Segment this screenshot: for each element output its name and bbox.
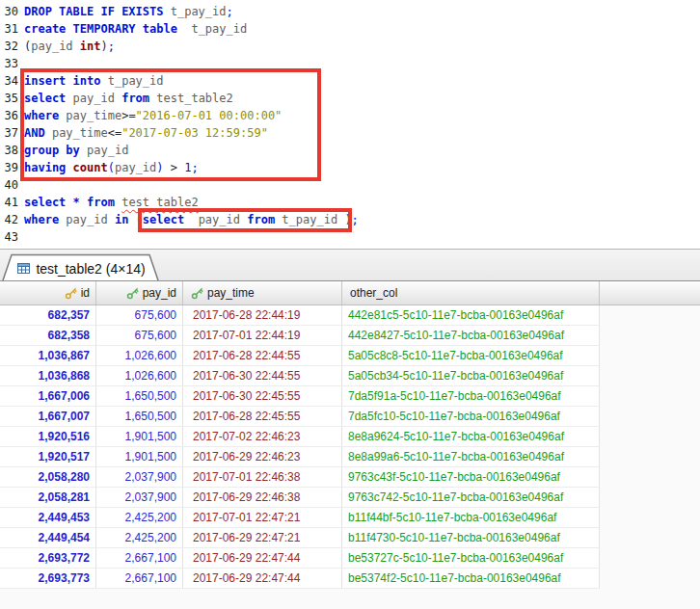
editor-line[interactable]: 36where pay_time>="2016-07-01 00:00:00" [0, 107, 700, 124]
table-cell[interactable]: 682,358 [0, 326, 96, 345]
table-row[interactable]: 1,920,5161,901,5002017-07-02 22:46:238e8… [0, 427, 600, 447]
code-text: where pay_time>="2016-07-01 00:00:00" [24, 107, 282, 124]
table-cell[interactable]: 8e8a9624-5c10-11e7-bcba-00163e0496af [342, 427, 600, 446]
table-cell[interactable]: 7da5f91a-5c10-11e7-bcba-00163e0496af [342, 386, 600, 406]
column-header-filler [600, 281, 700, 304]
table-cell[interactable]: 2,037,900 [96, 467, 183, 487]
table-cell[interactable]: 1,026,600 [96, 366, 183, 385]
table-cell[interactable]: 1,036,867 [0, 346, 96, 365]
table-cell[interactable]: 2017-06-28 22:44:55 [183, 346, 342, 365]
column-header-pay_id[interactable]: pay_id [96, 281, 183, 304]
table-cell[interactable]: 2017-06-29 22:46:38 [183, 488, 342, 507]
table-cell[interactable]: 2017-07-01 22:47:21 [183, 508, 342, 527]
editor-line[interactable]: 33 [0, 55, 700, 72]
table-cell[interactable]: b11f44bf-5c10-11e7-bcba-00163e0496af [342, 508, 600, 527]
table-cell[interactable]: 2017-06-30 22:45:55 [183, 386, 342, 406]
table-cell[interactable]: 5a05cb34-5c10-11e7-bcba-00163e0496af [342, 366, 600, 385]
table-cell[interactable]: 2,449,453 [0, 508, 96, 527]
table-cell[interactable]: b11f4730-5c10-11e7-bcba-00163e0496af [342, 528, 600, 547]
table-cell[interactable]: 675,600 [96, 326, 183, 345]
table-row[interactable]: 682,358675,6002017-07-01 22:44:19442e842… [0, 326, 600, 346]
editor-line[interactable]: 39having count(pay_id) > 1; [0, 159, 700, 176]
table-row[interactable]: 682,357675,6002017-06-28 22:44:19442e81c… [0, 305, 600, 326]
table-cell[interactable]: 2017-06-29 22:47:44 [183, 548, 342, 568]
table-cell[interactable]: 2,693,773 [0, 569, 96, 588]
table-cell[interactable]: 1,901,500 [96, 447, 183, 466]
table-cell[interactable]: 2,058,281 [0, 488, 96, 507]
table-cell[interactable]: 2017-06-29 22:47:44 [183, 569, 342, 588]
table-row[interactable]: 1,036,8671,026,6002017-06-28 22:44:555a0… [0, 346, 600, 366]
table-cell[interactable]: 2017-07-01 22:44:19 [183, 326, 342, 345]
table-row[interactable]: 2,693,7722,667,1002017-06-29 22:47:44be5… [0, 548, 600, 569]
table-row[interactable]: 1,920,5171,901,5002017-06-29 22:46:238e8… [0, 447, 600, 467]
column-header-pay_time[interactable]: pay_time [183, 281, 342, 304]
table-cell[interactable]: 2017-06-29 22:47:21 [183, 528, 342, 547]
editor-line[interactable]: 35select pay_id from test_table2 [0, 90, 700, 107]
column-label: pay_time [207, 286, 255, 300]
line-number: 32 [0, 38, 18, 55]
table-row[interactable]: 1,667,0061,650,5002017-06-30 22:45:557da… [0, 386, 600, 407]
table-row[interactable]: 2,693,7732,667,1002017-06-29 22:47:44be5… [0, 569, 600, 589]
results-tab-bar: test_table2 (4×14) [0, 249, 700, 280]
table-cell[interactable]: 9763c43f-5c10-11e7-bcba-00163e0496af [342, 467, 600, 487]
table-cell[interactable]: 1,920,516 [0, 427, 96, 446]
editor-line[interactable]: 40 [0, 176, 700, 194]
table-cell[interactable]: 1,667,006 [0, 386, 96, 406]
column-label: other_col [350, 286, 397, 300]
table-row[interactable]: 1,036,8681,026,6002017-06-30 22:44:555a0… [0, 366, 600, 386]
table-cell[interactable]: 1,667,007 [0, 407, 96, 426]
table-cell[interactable]: 2,693,772 [0, 548, 96, 568]
table-cell[interactable]: 2017-06-29 22:46:23 [183, 447, 342, 466]
sql-editor[interactable]: 30DROP TABLE IF EXISTS t_pay_id;31create… [0, 0, 700, 249]
line-number: 36 [0, 107, 18, 124]
editor-line[interactable]: 37AND pay_time<="2017-07-03 12:59:59" [0, 124, 700, 142]
table-cell[interactable]: 2,425,200 [96, 528, 183, 547]
table-row[interactable]: 2,449,4532,425,2002017-07-01 22:47:21b11… [0, 508, 600, 528]
table-cell[interactable]: 1,650,500 [96, 386, 183, 406]
editor-line[interactable]: 34insert into t_pay_id [0, 72, 700, 90]
table-cell[interactable]: 2017-06-30 22:44:55 [183, 366, 342, 385]
table-cell[interactable]: 2017-06-28 22:44:19 [183, 305, 342, 325]
table-cell[interactable]: be53727c-5c10-11e7-bcba-00163e0496af [342, 548, 600, 568]
table-cell[interactable]: 2,667,100 [96, 569, 183, 588]
editor-line[interactable]: 42where pay_id in (select pay_id from t_… [0, 211, 700, 228]
table-cell[interactable]: 5a05c8c8-5c10-11e7-bcba-00163e0496af [342, 346, 600, 365]
table-cell[interactable]: 442e81c5-5c10-11e7-bcba-00163e0496af [342, 305, 600, 325]
table-row[interactable]: 2,449,4542,425,2002017-06-29 22:47:21b11… [0, 528, 600, 548]
table-cell[interactable]: 1,026,600 [96, 346, 183, 365]
table-row[interactable]: 1,667,0071,650,5002017-06-28 22:45:557da… [0, 407, 600, 427]
table-cell[interactable]: 7da5fc10-5c10-11e7-bcba-00163e0496af [342, 407, 600, 426]
table-row[interactable]: 2,058,2812,037,9002017-06-29 22:46:38976… [0, 488, 600, 508]
table-row[interactable]: 2,058,2802,037,9002017-07-01 22:46:38976… [0, 467, 600, 488]
table-cell[interactable]: 1,650,500 [96, 407, 183, 426]
table-cell[interactable]: 2,667,100 [96, 548, 183, 568]
table-cell[interactable]: 682,357 [0, 305, 96, 325]
table-cell[interactable]: 1,920,517 [0, 447, 96, 466]
editor-line[interactable]: 31create TEMPORARY table t_pay_id [0, 20, 700, 38]
tab-test-table2[interactable]: test_table2 (4×14) [2, 253, 160, 280]
table-cell[interactable]: 2,449,454 [0, 528, 96, 547]
table-cell[interactable]: 2017-07-01 22:46:38 [183, 467, 342, 487]
table-cell[interactable]: 8e8a99a6-5c10-11e7-bcba-00163e0496af [342, 447, 600, 466]
line-number: 37 [0, 124, 18, 142]
column-header-other_col[interactable]: other_col [342, 281, 600, 304]
table-cell[interactable]: 1,036,868 [0, 366, 96, 385]
column-header-id[interactable]: id [0, 281, 96, 304]
table-cell[interactable]: 675,600 [96, 305, 183, 325]
table-cell[interactable]: 2017-07-02 22:46:23 [183, 427, 342, 446]
editor-line[interactable]: 43 [0, 228, 700, 246]
editor-line[interactable]: 32(pay_id int); [0, 38, 700, 55]
table-cell[interactable]: 2,425,200 [96, 508, 183, 527]
editor-line[interactable]: 41select * from test_table2 [0, 194, 700, 211]
table-cell[interactable]: 9763c742-5c10-11e7-bcba-00163e0496af [342, 488, 600, 507]
table-cell[interactable]: 2,058,280 [0, 467, 96, 487]
table-cell[interactable]: 2017-06-28 22:45:55 [183, 407, 342, 426]
table-cell[interactable]: 442e8427-5c10-11e7-bcba-00163e0496af [342, 326, 600, 345]
code-text: (pay_id int); [24, 38, 115, 55]
editor-line[interactable]: 38group by pay_id [0, 142, 700, 159]
table-cell[interactable]: be5374f2-5c10-11e7-bcba-00163e0496af [342, 569, 600, 588]
line-number: 42 [0, 211, 18, 228]
editor-line[interactable]: 30DROP TABLE IF EXISTS t_pay_id; [0, 3, 700, 20]
table-cell[interactable]: 1,901,500 [96, 427, 183, 446]
table-cell[interactable]: 2,037,900 [96, 488, 183, 507]
